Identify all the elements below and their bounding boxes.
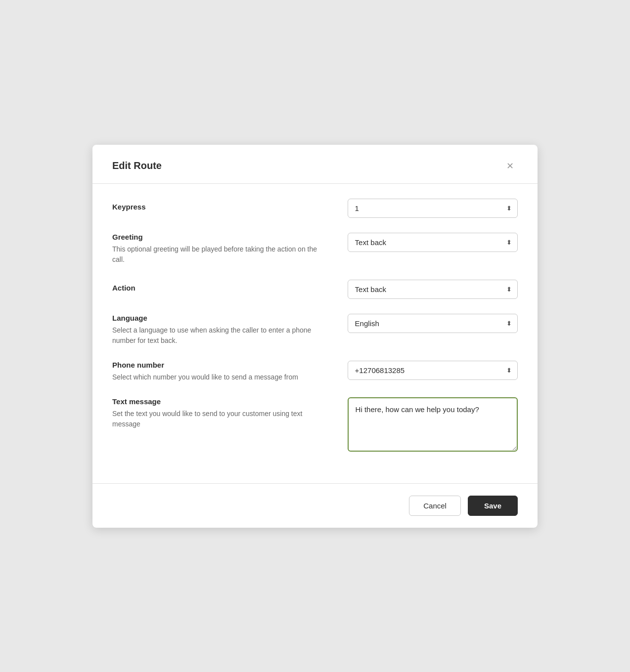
- phone-number-control: +12706813285 ⬍: [348, 361, 518, 380]
- text-message-textarea-wrapper: Hi there, how can we help you today?: [348, 397, 518, 454]
- greeting-desc: This optional greeting will be played be…: [112, 244, 320, 265]
- keypress-label: Keypress: [112, 203, 146, 211]
- edit-route-modal: Edit Route ✕ Keypress 1 2 3 ⬍ Greeting: [92, 145, 538, 528]
- action-select[interactable]: Text back Forward Voicemail: [348, 280, 518, 299]
- language-select-wrapper: English Spanish French ⬍: [348, 314, 518, 333]
- greeting-label-group: Greeting This optional greeting will be …: [112, 233, 335, 265]
- keypress-select[interactable]: 1 2 3: [348, 199, 518, 218]
- language-label-group: Language Select a language to use when a…: [112, 314, 335, 346]
- save-button[interactable]: Save: [468, 496, 518, 516]
- language-control: English Spanish French ⬍: [348, 314, 518, 333]
- text-message-control: Hi there, how can we help you today?: [348, 397, 518, 454]
- text-message-label: Text message: [112, 397, 335, 406]
- action-label: Action: [112, 284, 135, 292]
- keypress-control: 1 2 3 ⬍: [348, 199, 518, 218]
- text-message-desc: Set the text you would like to send to y…: [112, 409, 320, 429]
- keypress-row: Keypress 1 2 3 ⬍: [112, 199, 518, 218]
- greeting-label: Greeting: [112, 233, 335, 241]
- language-label: Language: [112, 314, 335, 322]
- modal-title: Edit Route: [112, 160, 162, 171]
- phone-number-label: Phone number: [112, 361, 335, 369]
- close-button[interactable]: ✕: [502, 159, 518, 173]
- text-message-row: Text message Set the text you would like…: [112, 397, 518, 454]
- keypress-select-wrapper: 1 2 3 ⬍: [348, 199, 518, 218]
- cancel-button[interactable]: Cancel: [409, 496, 461, 516]
- language-row: Language Select a language to use when a…: [112, 314, 518, 346]
- language-select[interactable]: English Spanish French: [348, 314, 518, 333]
- phone-number-desc: Select which number you would like to se…: [112, 372, 320, 382]
- modal-body: Keypress 1 2 3 ⬍ Greeting This optional …: [92, 184, 538, 483]
- greeting-select[interactable]: Text back None Custom: [348, 233, 518, 252]
- action-row: Action Text back Forward Voicemail ⬍: [112, 280, 518, 299]
- action-control: Text back Forward Voicemail ⬍: [348, 280, 518, 299]
- greeting-select-wrapper: Text back None Custom ⬍: [348, 233, 518, 252]
- phone-number-row: Phone number Select which number you wou…: [112, 361, 518, 382]
- modal-footer: Cancel Save: [92, 483, 538, 528]
- text-message-textarea[interactable]: Hi there, how can we help you today?: [348, 397, 518, 452]
- greeting-row: Greeting This optional greeting will be …: [112, 233, 518, 265]
- phone-number-select-wrapper: +12706813285 ⬍: [348, 361, 518, 380]
- action-select-wrapper: Text back Forward Voicemail ⬍: [348, 280, 518, 299]
- phone-number-label-group: Phone number Select which number you wou…: [112, 361, 335, 382]
- language-desc: Select a language to use when asking the…: [112, 325, 320, 346]
- greeting-control: Text back None Custom ⬍: [348, 233, 518, 252]
- modal-header: Edit Route ✕: [92, 145, 538, 184]
- phone-number-select[interactable]: +12706813285: [348, 361, 518, 380]
- text-message-label-group: Text message Set the text you would like…: [112, 397, 335, 429]
